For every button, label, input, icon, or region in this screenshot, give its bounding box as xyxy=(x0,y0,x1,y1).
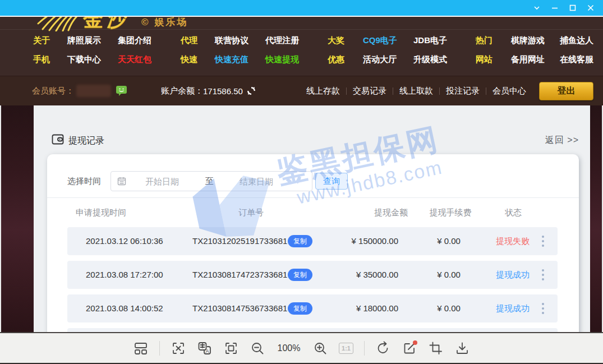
nav-item-quick-withdraw[interactable]: 快速提现 xyxy=(265,54,328,65)
start-date-input[interactable] xyxy=(126,177,198,186)
crop-icon[interactable] xyxy=(428,340,444,356)
row-fee: ¥ 0.00 xyxy=(421,294,477,322)
actual-size-icon[interactable]: 1:1 xyxy=(339,343,353,354)
row-more-actions-icon[interactable] xyxy=(541,302,545,315)
window-left-edge xyxy=(0,105,1,332)
link-online-withdraw[interactable]: 线上取款 xyxy=(393,86,439,96)
nav-item-online-service[interactable]: 在线客服 xyxy=(560,54,603,65)
zoom-in-icon[interactable] xyxy=(312,340,328,356)
date-range-separator: 至 xyxy=(198,176,220,187)
page-background: 提现记录 返回 >> 选择时间 至 xyxy=(0,105,603,332)
nav-item-chess-games[interactable]: 棋牌游戏 xyxy=(511,35,560,46)
section-header: 提现记录 返回 >> xyxy=(34,130,590,150)
link-transaction-records[interactable]: 交易记录 xyxy=(347,86,393,96)
status-badge: 提现失败 xyxy=(479,227,546,255)
nav-row-1: 关于 牌照展示 集团介绍 代理 联营协议 代理注册 大奖 CQ9电子 JDB电子… xyxy=(0,31,603,50)
link-member-center[interactable]: 会员中心 xyxy=(486,86,532,96)
nav-item-quick-deposit[interactable]: 快速充值 xyxy=(215,54,265,65)
filter-time-label: 选择时间 xyxy=(67,176,101,187)
row-order-no: TX210308147536733681 xyxy=(192,294,287,322)
minimize-icon[interactable] xyxy=(546,0,564,16)
zoom-level: 100% xyxy=(276,343,302,353)
row-fee: ¥ 0.00 xyxy=(421,261,477,289)
row-amount: ¥ 18000.00 xyxy=(309,294,398,322)
chat-bubble-icon[interactable] xyxy=(116,85,127,96)
column-amount: 提现金额 xyxy=(357,208,425,218)
card-divider xyxy=(47,197,579,198)
nav-item-mobile[interactable]: 手机 xyxy=(33,54,67,65)
balance-label: 账户余额： xyxy=(161,86,203,96)
svg-text:A: A xyxy=(206,348,209,354)
maximize-icon[interactable] xyxy=(564,0,582,16)
brand-logo-suffix: © 娱乐场 xyxy=(141,17,188,29)
nav-item-quick[interactable]: 快速 xyxy=(181,54,215,65)
nav-item-download-center[interactable]: 下载中心 xyxy=(67,54,118,65)
link-online-deposit[interactable]: 线上存款 xyxy=(300,86,346,96)
nav-item-upgrade-mode[interactable]: 升级模式 xyxy=(413,54,476,65)
nav-item-cq9[interactable]: CQ9电子 xyxy=(363,35,413,46)
status-badge: 提现成功 xyxy=(479,294,546,322)
collapse-icon[interactable] xyxy=(528,0,546,16)
search-button[interactable]: 查询 xyxy=(315,173,348,190)
row-time: 2021.03.12 06:10:36 xyxy=(86,227,163,255)
date-range-picker[interactable]: 至 xyxy=(111,171,312,191)
column-order-no: 订单号 xyxy=(238,208,264,218)
zoom-out-icon[interactable] xyxy=(250,340,265,356)
member-account-label: 会员账号： xyxy=(32,86,74,96)
viewer-toolbar: A 100% 1:1 xyxy=(0,332,603,364)
row-more-actions-icon[interactable] xyxy=(541,268,545,282)
nav-item-hot[interactable]: 热门 xyxy=(476,35,511,46)
nav-item-jackpot[interactable]: 大奖 xyxy=(328,35,363,46)
account-links: 线上存款 交易记录 线上取款 投注记录 会员中心 登出 xyxy=(300,82,603,100)
nav-item-agent-register[interactable]: 代理注册 xyxy=(265,35,328,46)
column-apply-time: 申请提现时间 xyxy=(76,208,126,218)
toolbar-divider xyxy=(159,341,160,356)
nav-item-license[interactable]: 牌照展示 xyxy=(67,35,118,46)
rotate-icon[interactable] xyxy=(375,340,391,356)
nav-item-affiliate-agreement[interactable]: 联营协议 xyxy=(215,35,265,46)
download-icon[interactable] xyxy=(454,340,470,356)
nav-item-website[interactable]: 网站 xyxy=(476,54,511,65)
end-date-input[interactable] xyxy=(220,177,292,186)
ocr-select-icon[interactable] xyxy=(171,340,186,356)
column-fee: 提现手续费 xyxy=(417,208,484,218)
nav-item-agent[interactable]: 代理 xyxy=(181,35,215,46)
row-order-no: TX210312025191733681 xyxy=(192,227,287,255)
row-fee: ¥ 0.00 xyxy=(421,227,477,255)
row-more-actions-icon[interactable] xyxy=(541,234,545,248)
nav-item-backup-url[interactable]: 备用网址 xyxy=(511,54,560,65)
table-body: 2021.03.12 06:10:36 TX210312025191733681… xyxy=(67,227,558,332)
image-viewer-window: 金沙 © 娱乐场 关于 牌照展示 集团介绍 代理 联营协议 代理注册 大奖 CQ… xyxy=(0,0,603,364)
nav-item-about[interactable]: 关于 xyxy=(33,35,67,46)
edit-notification-dot xyxy=(413,340,417,345)
nav-item-activity-hall[interactable]: 活动大厅 xyxy=(363,54,413,65)
status-badge: 提现成功 xyxy=(479,261,546,289)
main-nav: 关于 牌照展示 集团介绍 代理 联营协议 代理注册 大奖 CQ9电子 JDB电子… xyxy=(0,31,603,69)
table-row: 2021.03.12 06:10:36 TX210312025191733681… xyxy=(67,227,558,255)
close-icon[interactable] xyxy=(582,0,600,16)
translate-icon[interactable]: A xyxy=(197,340,213,356)
nav-row-2: 手机 下载中心 天天红包 快速 快速充值 快速提现 优惠 活动大厅 升级模式 网… xyxy=(0,50,603,69)
balance-group: 账户余额： 171586.50 xyxy=(161,86,256,96)
logout-button[interactable]: 登出 xyxy=(539,82,593,100)
layout-icon[interactable] xyxy=(133,340,149,356)
nav-item-jdb[interactable]: JDB电子 xyxy=(413,35,476,46)
nav-item-promo[interactable]: 优惠 xyxy=(328,54,363,65)
table-row-partial xyxy=(67,328,558,332)
table-row: 2021.03.08 17:27:00 TX210308174723733681… xyxy=(67,261,558,289)
row-amount: ¥ 35000.00 xyxy=(309,261,398,289)
wallet-icon xyxy=(52,134,64,145)
edit-icon[interactable] xyxy=(402,340,417,356)
row-order-no: TX210308174723733681 xyxy=(192,261,287,289)
nav-item-fishing-master[interactable]: 捕鱼达人 xyxy=(560,35,603,46)
toolbar-divider xyxy=(364,341,365,356)
fit-screen-icon[interactable] xyxy=(223,340,239,356)
link-bet-records[interactable]: 投注记录 xyxy=(440,86,486,96)
account-bar: 会员账号： 账户余额： 171586.50 线上存款 xyxy=(0,76,603,105)
row-time: 2021.03.08 17:27:00 xyxy=(86,261,163,289)
row-time: 2021.03.08 14:00:52 xyxy=(86,294,163,322)
nav-item-group-intro[interactable]: 集团介绍 xyxy=(118,35,181,46)
back-link[interactable]: 返回 >> xyxy=(545,135,579,146)
nav-item-daily-redpacket[interactable]: 天天红包 xyxy=(118,54,181,65)
refresh-balance-icon[interactable] xyxy=(247,86,256,95)
